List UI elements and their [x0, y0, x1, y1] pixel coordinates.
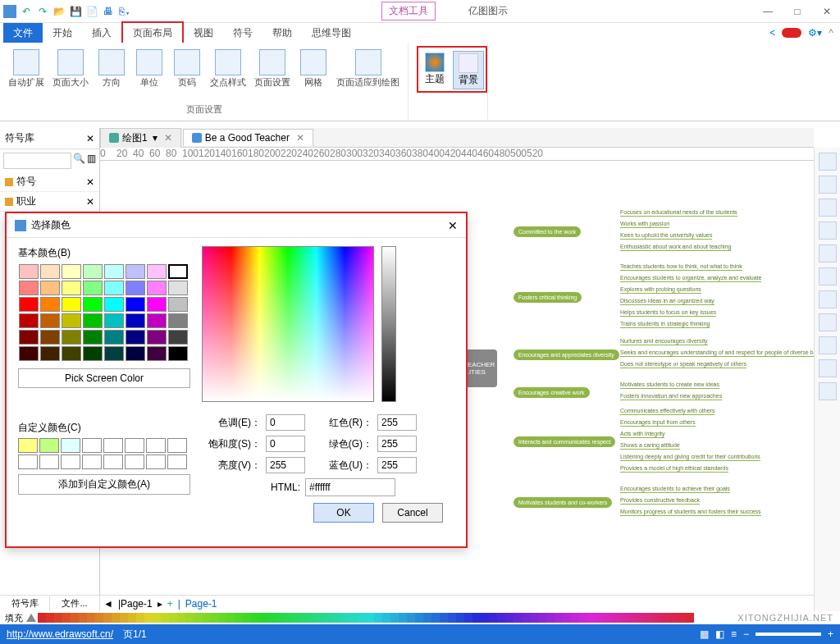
fill-icon[interactable] — [819, 199, 837, 217]
color-swatch[interactable] — [62, 330, 81, 345]
color-swatch[interactable] — [62, 346, 81, 361]
custom-color-swatch[interactable] — [18, 454, 38, 469]
line-icon[interactable] — [819, 222, 837, 240]
btn-orientation[interactable]: 方向 — [94, 48, 130, 89]
palette-swatch[interactable] — [407, 613, 415, 623]
mindmap-leaf[interactable]: Discusses ideas in an organized way — [620, 298, 714, 305]
color-swatch[interactable] — [104, 313, 124, 328]
hue-input[interactable] — [266, 414, 305, 431]
mindmap-leaf[interactable]: Trains students in strategic thinking — [620, 321, 710, 328]
print-icon[interactable]: 🖶 — [102, 5, 115, 18]
palette-swatch[interactable] — [79, 613, 87, 623]
color-swatch[interactable] — [40, 330, 60, 345]
palette-swatch[interactable] — [210, 613, 218, 623]
mindmap-leaf[interactable]: Nurtures and encourages diversity — [620, 338, 708, 345]
custom-color-swatch[interactable] — [146, 438, 166, 453]
panel-close-icon[interactable]: ✕ — [86, 133, 94, 144]
color-swatch[interactable] — [126, 264, 145, 279]
custom-color-swatch[interactable] — [39, 454, 59, 469]
palette-swatch[interactable] — [144, 613, 153, 623]
palette-swatch[interactable] — [243, 613, 251, 623]
palette-swatch[interactable] — [678, 613, 686, 623]
color-swatch[interactable] — [147, 313, 167, 328]
btn-background[interactable]: 背景 — [453, 51, 484, 89]
tab-file[interactable]: 文件 — [3, 23, 43, 43]
mindmap-leaf[interactable]: Encourages students to organize, analyze… — [620, 275, 761, 282]
palette-swatch[interactable] — [514, 613, 522, 623]
custom-color-swatch[interactable] — [61, 438, 80, 453]
color-swatch[interactable] — [147, 330, 167, 345]
custom-color-swatch[interactable] — [167, 454, 187, 469]
search-input[interactable] — [3, 153, 71, 169]
view-icon[interactable]: ≡ — [731, 628, 737, 640]
color-swatch[interactable] — [19, 281, 39, 295]
btn-page-size[interactable]: 页面大小 — [49, 48, 92, 89]
palette-swatch[interactable] — [472, 613, 481, 623]
palette-swatch[interactable] — [235, 613, 243, 623]
palette-swatch[interactable] — [612, 613, 620, 623]
palette-swatch[interactable] — [136, 613, 144, 623]
custom-color-swatch[interactable] — [82, 454, 102, 469]
tab-page-layout[interactable]: 页面布局 — [121, 21, 184, 45]
mindmap-leaf[interactable]: Does not stereotype or speak negatively … — [620, 361, 746, 368]
search-icon[interactable]: 🔍 — [73, 153, 85, 169]
palette-swatch[interactable] — [604, 613, 612, 623]
palette-swatch[interactable] — [333, 613, 341, 623]
collapse-ribbon-icon[interactable]: ^ — [829, 27, 833, 39]
custom-color-swatch[interactable] — [103, 438, 123, 453]
palette-swatch[interactable] — [38, 613, 46, 623]
color-swatch[interactable] — [62, 264, 81, 279]
bottom-tab[interactable]: 符号库 — [0, 596, 50, 611]
palette-swatch[interactable] — [440, 613, 448, 623]
custom-color-swatch[interactable] — [18, 438, 38, 453]
palette-swatch[interactable] — [46, 613, 54, 623]
tab-mindmap[interactable]: 思维导图 — [302, 23, 361, 43]
color-swatch[interactable] — [19, 313, 39, 328]
mindmap-leaf[interactable]: Helps students to focus on key issues — [620, 309, 716, 317]
palette-swatch[interactable] — [587, 613, 596, 623]
palette-swatch[interactable] — [194, 613, 202, 623]
color-swatch[interactable] — [126, 297, 145, 312]
color-swatch[interactable] — [104, 264, 124, 279]
redo-icon[interactable]: ↷ — [36, 5, 49, 18]
page-next-icon[interactable]: ▸ — [158, 598, 162, 610]
color-swatch[interactable] — [168, 264, 188, 279]
text-icon[interactable] — [819, 290, 837, 308]
status-url[interactable]: http://www.edrawsoft.cn/ — [7, 628, 113, 640]
palette-swatch[interactable] — [161, 613, 169, 623]
save-as-icon[interactable]: 📄 — [85, 5, 98, 18]
tab-symbol[interactable]: 符号 — [223, 23, 262, 43]
mindmap-leaf[interactable]: Works with passion — [620, 221, 669, 228]
doc-tab[interactable]: Be a Good Teacher✕ — [183, 129, 313, 146]
color-swatch[interactable] — [83, 264, 103, 279]
palette-swatch[interactable] — [522, 613, 530, 623]
color-swatch[interactable] — [40, 313, 60, 328]
btn-page-setup[interactable]: 页面设置 — [251, 48, 294, 89]
palette-swatch[interactable] — [399, 613, 407, 623]
page-icon[interactable] — [819, 336, 837, 354]
color-swatch[interactable] — [83, 297, 103, 312]
palette-swatch[interactable] — [686, 613, 694, 623]
palette-swatch[interactable] — [284, 613, 292, 623]
color-swatch[interactable] — [147, 297, 167, 312]
palette-swatch[interactable] — [628, 613, 637, 623]
custom-color-swatch[interactable] — [125, 438, 144, 453]
palette-swatch[interactable] — [95, 613, 103, 623]
color-swatch[interactable] — [19, 346, 39, 361]
mindmap-node[interactable]: Encourages and appreciates diversity — [514, 349, 619, 360]
color-swatch[interactable] — [40, 281, 60, 295]
mindmap-leaf[interactable]: Seeks and encourages understanding of an… — [620, 349, 814, 357]
custom-color-swatch[interactable] — [146, 454, 166, 469]
color-swatch[interactable] — [83, 346, 103, 361]
mindmap-leaf[interactable]: Shows a caring attitude — [620, 442, 680, 450]
mindmap-leaf[interactable]: Monitors progress of students and foster… — [620, 509, 761, 516]
mindmap-leaf[interactable]: Keen to uphold the university values — [620, 232, 712, 240]
palette-swatch[interactable] — [423, 613, 431, 623]
palette-swatch[interactable] — [276, 613, 284, 623]
mindmap-node[interactable]: Interacts and communicates respect — [514, 436, 615, 447]
page-add-icon[interactable]: + — [167, 598, 173, 610]
palette-swatch[interactable] — [464, 613, 472, 623]
mindmap-leaf[interactable]: Explores with probing questions — [620, 286, 701, 294]
maximize-button[interactable]: □ — [788, 6, 807, 17]
palette-swatch[interactable] — [358, 613, 366, 623]
